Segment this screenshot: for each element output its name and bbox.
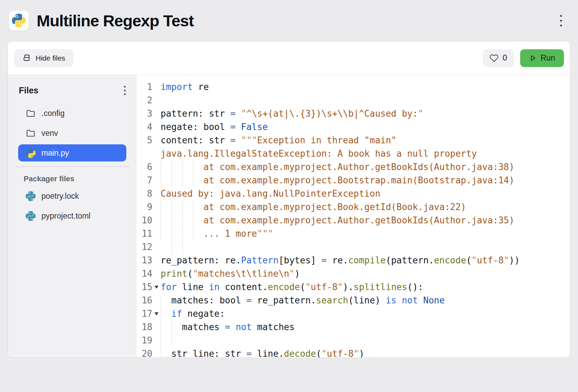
code-line[interactable]: 15for line in content.encode("utf-8").sp… [137,280,570,294]
python-file-icon [26,211,36,221]
code-token: (pattern [386,255,428,265]
files-stack-icon [22,53,32,63]
code-line[interactable]: 4negate: bool = False [137,120,570,134]
code-token: " [472,255,477,265]
code-line[interactable]: 11 ... 1 more""" [137,227,570,240]
line-number: 9 [137,200,152,214]
indent-guide [182,227,183,240]
code-line[interactable]: 17 if negate: [137,307,570,321]
line-number: 4 [137,120,152,134]
code-token: ) [343,282,348,292]
code-line[interactable]: java.lang.IllegalStateException: A book … [137,147,570,160]
line-number: 18 [137,321,152,334]
indent-guide [161,200,161,214]
code-line[interactable]: 8Caused by: java.lang.NullPointerExcepti… [137,187,570,200]
code-token: utf-8 [327,349,353,357]
code-token: [bytes] [278,255,321,265]
code-token: at com.example.myproject.Author.getBookI… [161,162,514,172]
toolbar: Hide files 0 Run [8,41,570,75]
code-token: " [354,349,359,357]
indent-guide [193,214,193,227]
code-token: utf-8 [477,255,504,265]
code-token: import [161,82,193,92]
line-number: 7 [137,174,152,187]
code-token: = [322,255,327,265]
files-menu-kebab-icon[interactable] [122,84,128,97]
code-editor[interactable]: 1import re23pattern: str = "^\s+(at|\.{3… [137,75,570,357]
line-number: 2 [137,94,152,107]
repl-card: Hide files 0 Run Files .co [8,41,570,358]
code-token: line [252,349,278,357]
fold-arrow-icon[interactable] [154,312,159,315]
code-line[interactable]: 2 [137,94,570,107]
line-number: 5 [137,134,152,147]
code-token: . [311,295,316,305]
code-line[interactable]: 14print("matches\t\tline\n") [137,267,570,280]
code-line[interactable]: 18 matches = not matches [137,321,570,334]
indent-guide [161,174,161,187]
file-item--config[interactable]: .config [18,103,126,123]
code-token: = [246,295,252,305]
code-token: " [322,349,327,357]
line-number: 14 [137,267,152,280]
indent-guide [161,214,161,227]
code-token: re [327,255,343,265]
line-number [137,147,152,160]
code-token: matches: bool [161,295,246,305]
code-token: content: str [161,135,230,145]
page-title: Multiline Regexp Test [37,11,194,30]
indent-guide [171,227,172,240]
code-token: str_line: str [161,349,246,357]
code-token: = [230,135,236,145]
code-token: utf-8 [311,282,337,292]
indent-guide [171,160,172,174]
code-token: " [289,269,295,279]
python-logo-icon [12,14,26,27]
fold-arrow-icon[interactable] [154,286,159,289]
code-token [397,295,402,305]
code-line[interactable]: 7 at com.example.myproject.Bootstrap.mai… [137,174,570,187]
file-item-pyproject-toml[interactable]: pyproject.toml [18,206,126,226]
code-token: . [429,255,434,265]
play-icon [529,54,537,62]
code-token: . [343,255,348,265]
file-item-main-py[interactable]: main.py [18,144,126,161]
file-item-poetry-lock[interactable]: poetry.lock [18,186,126,206]
code-token: Exception in thread "main" [257,135,397,145]
indent-guide [182,200,183,214]
code-line[interactable]: 9 at com.example.myproject.Book.getId(Bo… [137,200,570,214]
code-token [236,122,241,132]
code-token: (): [407,282,423,292]
file-list: .configvenvmain.py [8,103,137,161]
code-line[interactable]: 20 str_line: str = line.decode("utf-8") [137,347,570,357]
indent-guide [193,160,193,174]
code-line[interactable]: 1import re [137,80,570,94]
code-token: . [348,282,354,292]
line-number: 10 [137,214,152,227]
line-number: 16 [137,294,152,307]
code-line[interactable]: 10 at com.example.myproject.Author.getBo… [137,214,570,227]
like-count: 0 [503,53,507,63]
code-token [230,322,236,332]
line-number: 3 [137,107,152,120]
code-line[interactable]: 19 [137,334,570,347]
code-line[interactable]: 3pattern: str = "^\s+(at|\.{3})\s+\\b|^C… [137,107,570,120]
code-token: ) [359,349,364,357]
code-line[interactable]: 13re_pattern: re.Pattern[bytes] = re.com… [137,254,570,267]
code-line[interactable]: 5content: str = """Exception in thread "… [137,134,570,147]
like-button[interactable]: 0 [483,49,514,67]
code-token: not [236,322,252,332]
code-line[interactable]: 6 at com.example.myproject.Author.getBoo… [137,160,570,174]
hide-files-button[interactable]: Hide files [14,49,73,67]
header-menu-kebab-icon[interactable] [554,14,568,27]
code-token: (line) [348,295,386,305]
code-token: " [504,255,509,265]
file-item-venv[interactable]: venv [18,123,126,143]
line-number: 8 [137,187,152,200]
code-line[interactable]: 16 matches: bool = re_pattern.search(lin… [137,294,570,307]
code-token: if [171,309,182,319]
run-button[interactable]: Run [520,49,564,67]
code-token: = [230,122,236,132]
code-line[interactable]: 12 [137,240,570,254]
python-file-icon [26,148,36,158]
